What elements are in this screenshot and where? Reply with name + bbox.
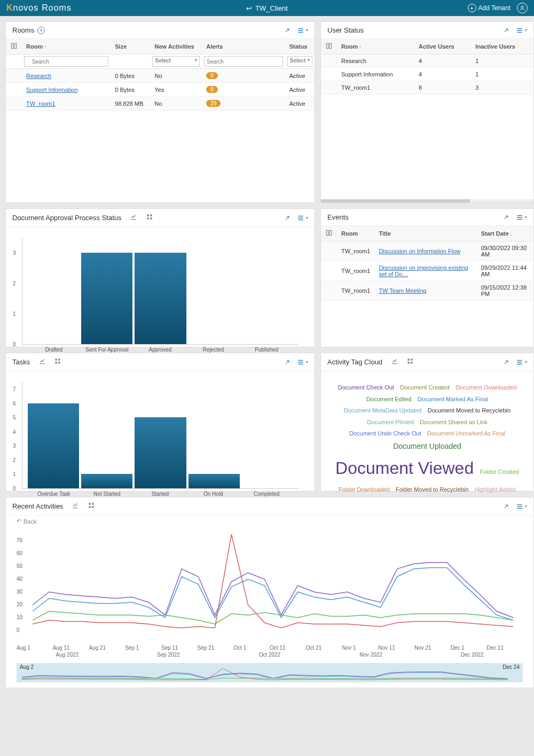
chart-icon[interactable] — [130, 213, 137, 222]
table-row[interactable]: Support Information41 — [321, 68, 533, 81]
room-search-input[interactable] — [24, 56, 108, 67]
room-link[interactable]: TW_room1 — [26, 100, 55, 107]
menu-icon[interactable]: ▾ — [515, 503, 527, 510]
tag[interactable]: Document Marked As Final — [418, 396, 488, 402]
table-row[interactable]: TW_room183 — [321, 81, 533, 95]
panel-title: Document Approval Process Status — [12, 213, 153, 222]
chart-icon[interactable] — [38, 357, 46, 367]
chart-bar[interactable] — [81, 253, 132, 344]
col-room[interactable]: Room↑ — [22, 39, 111, 54]
table-row[interactable]: Research41 — [321, 54, 533, 68]
tag[interactable]: Document Downloaded — [456, 384, 516, 391]
grid-icon[interactable] — [88, 502, 95, 511]
tag[interactable]: Folder Created — [480, 469, 519, 475]
tag[interactable]: Document Undo Check Out — [349, 430, 421, 437]
back-button[interactable]: ↶ Back — [6, 516, 533, 529]
expand-icon[interactable] — [284, 27, 291, 34]
status-filter[interactable]: Select ▾ — [287, 56, 312, 67]
chart-icon[interactable] — [391, 357, 398, 367]
range-scrubber[interactable]: Aug 2 Dec 24 — [17, 663, 523, 682]
column-chooser-icon[interactable] — [325, 44, 333, 51]
event-link[interactable]: Discussion on Information Flow — [379, 248, 460, 254]
swap-icon[interactable]: ↩ — [246, 4, 252, 12]
expand-icon[interactable] — [284, 358, 291, 366]
chart-bar[interactable] — [28, 403, 79, 488]
tag[interactable]: Document Shared as Link — [420, 419, 488, 425]
expand-icon[interactable] — [502, 214, 510, 221]
menu-icon[interactable]: ▾ — [296, 358, 308, 366]
col-active[interactable]: Active Users — [414, 39, 471, 54]
tag[interactable]: Folder Downloaded — [339, 486, 389, 493]
chart-bar[interactable] — [189, 474, 240, 488]
col-date[interactable]: Start Date↓ — [477, 226, 533, 241]
table-row[interactable]: Support Information 0 Bytes Yes 0 Active — [6, 83, 315, 97]
grid-icon[interactable] — [54, 357, 61, 367]
col-room[interactable]: Room↑ — [337, 39, 414, 54]
table-row[interactable]: TW_room1TW Team Meeting09/15/2022 12:38 … — [321, 281, 533, 301]
tag[interactable]: Document Unmarked As Final — [427, 430, 505, 437]
client-name: TW_Client — [255, 4, 288, 12]
col-size[interactable]: Size — [111, 39, 150, 54]
panel-title: Activity Tag Cloud — [327, 357, 414, 367]
tag[interactable]: Document MetaData Updated — [344, 407, 422, 414]
expand-icon[interactable] — [502, 27, 510, 34]
tag[interactable]: Document Uploaded — [393, 442, 461, 450]
menu-icon[interactable]: ▾ — [515, 27, 527, 34]
tag[interactable]: Folder Moved to Recyclebin — [396, 486, 468, 493]
tag[interactable]: Document Edited — [366, 396, 411, 402]
chart-line[interactable] — [33, 567, 513, 620]
svg-rect-19 — [89, 503, 91, 505]
grid-icon[interactable] — [146, 213, 153, 222]
svg-rect-11 — [56, 358, 58, 361]
room-link[interactable]: Support Information — [26, 87, 78, 93]
tag[interactable]: Document Viewed — [335, 458, 474, 478]
chart-line[interactable] — [33, 611, 513, 624]
user-menu-icon[interactable] — [517, 3, 528, 13]
chart-line[interactable] — [33, 563, 513, 618]
col-new-activities[interactable]: New Activities — [150, 39, 202, 54]
tag[interactable]: Document Check Out — [338, 384, 394, 391]
col-status[interactable]: Status — [285, 39, 315, 54]
column-chooser-icon[interactable] — [10, 44, 18, 51]
column-chooser-icon[interactable] — [325, 231, 333, 238]
event-link[interactable]: Discussion on improvising existing set o… — [379, 264, 468, 277]
new-act-filter[interactable]: Select ▾ — [152, 56, 200, 67]
chart-bar[interactable] — [135, 253, 186, 344]
add-room-icon[interactable]: + — [37, 27, 45, 34]
table-row[interactable]: TW_room1 98.828 MB No 29 Active — [6, 97, 315, 111]
panel-title: User Status — [327, 26, 364, 34]
tag[interactable]: Document Moved to Recyclebin — [428, 407, 511, 414]
col-room[interactable]: Room — [337, 226, 374, 241]
svg-rect-9 — [326, 230, 328, 235]
menu-icon[interactable]: ▾ — [296, 27, 308, 34]
menu-icon[interactable]: ▾ — [515, 214, 527, 221]
expand-icon[interactable] — [502, 503, 510, 510]
svg-rect-12 — [59, 358, 61, 361]
menu-icon[interactable]: ▾ — [515, 358, 527, 366]
expand-icon[interactable] — [502, 358, 510, 366]
svg-rect-6 — [150, 214, 152, 216]
tag[interactable]: Document PIinted — [367, 419, 413, 425]
add-tenant-button[interactable]: + Add Tenant — [468, 4, 511, 12]
event-link[interactable]: TW Team Meeting — [379, 287, 426, 294]
col-title[interactable]: Title — [374, 226, 476, 241]
expand-icon[interactable] — [284, 214, 291, 222]
tag[interactable]: Document Created — [400, 384, 449, 391]
table-row[interactable]: Research 0 Bytes No 0 Active — [6, 69, 315, 83]
chart-icon[interactable] — [72, 502, 79, 511]
chart-bar[interactable] — [135, 417, 186, 488]
room-link[interactable]: Research — [26, 73, 51, 79]
menu-icon[interactable]: ▾ — [296, 214, 308, 222]
tag[interactable]: Highlight Added — [475, 486, 516, 493]
chart-bar[interactable] — [81, 474, 132, 488]
events-table: Room Title Start Date↓ TW_room1Discussio… — [321, 226, 533, 301]
tagcloud-panel: Activity Tag Cloud ▾ Document Check Out … — [320, 353, 534, 492]
table-row[interactable]: TW_room1Discussion on Information Flow09… — [321, 241, 533, 261]
table-row[interactable]: TW_room1Discussion on improvising existi… — [321, 261, 533, 281]
alerts-search-input[interactable] — [204, 56, 283, 67]
col-alerts[interactable]: Alerts — [202, 39, 285, 54]
grid-icon[interactable] — [406, 357, 414, 367]
svg-rect-16 — [411, 358, 413, 361]
horizontal-scrollbar[interactable] — [321, 199, 533, 202]
col-inactive[interactable]: Inactive Users — [471, 39, 533, 54]
